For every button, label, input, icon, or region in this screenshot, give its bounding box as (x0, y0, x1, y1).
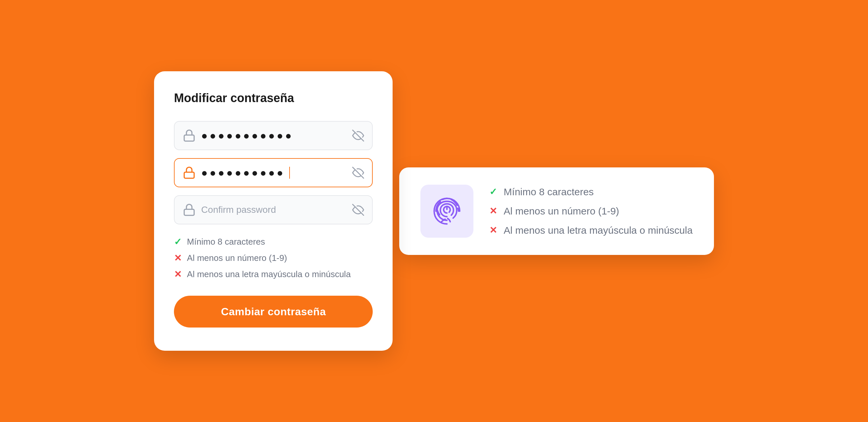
tooltip-text-2: Al menos un número (1-9) (503, 206, 619, 217)
submit-button[interactable]: Cambiar contraseña (174, 296, 373, 328)
lock-icon-confirm (183, 203, 196, 216)
current-password-field[interactable]: ●●●●●●●●●●● (174, 121, 373, 150)
scene: Modificar contraseña ●●●●●●●●●●● (154, 71, 714, 351)
validation-item-2: ✕ Al menos un número (1-9) (174, 252, 373, 264)
tooltip-item-2: ✕ Al menos un número (1-9) (489, 206, 692, 217)
lock-icon-current (183, 129, 196, 142)
confirm-password-field[interactable]: Confirm password (174, 195, 373, 224)
fingerprint-background (421, 185, 473, 238)
x-icon-3: ✕ (174, 269, 182, 280)
validation-text-2: Al menos un número (1-9) (187, 253, 287, 263)
new-password-field[interactable]: ●●●●●●●●●● (174, 158, 373, 187)
text-cursor (289, 167, 290, 179)
svg-rect-4 (184, 209, 194, 215)
fingerprint-icon (429, 193, 465, 230)
validation-list: ✓ Mínimo 8 caracteres ✕ Al menos un núme… (174, 236, 373, 280)
password-card: Modificar contraseña ●●●●●●●●●●● (154, 71, 393, 351)
tooltip-x-3: ✕ (489, 225, 497, 236)
tooltip-text-3: Al menos una letra mayúscula o minúscula (503, 225, 692, 236)
check-icon-1: ✓ (174, 236, 182, 247)
tooltip-check-1: ✓ (489, 186, 497, 197)
validation-item-1: ✓ Mínimo 8 caracteres (174, 236, 373, 247)
validation-text-1: Mínimo 8 caracteres (187, 237, 265, 247)
tooltip-item-1: ✓ Mínimo 8 caracteres (489, 186, 692, 198)
eye-off-icon-new[interactable] (352, 167, 364, 179)
tooltip-card: ✓ Mínimo 8 caracteres ✕ Al menos un núme… (399, 168, 714, 255)
eye-off-icon-current[interactable] (352, 130, 364, 142)
lock-icon-new (183, 166, 196, 179)
confirm-password-placeholder: Confirm password (201, 205, 352, 215)
tooltip-x-2: ✕ (489, 206, 497, 216)
current-password-dots: ●●●●●●●●●●● (201, 130, 352, 142)
tooltip-item-3: ✕ Al menos una letra mayúscula o minúscu… (489, 225, 692, 236)
x-icon-2: ✕ (174, 252, 182, 264)
svg-rect-0 (184, 135, 194, 141)
card-title: Modificar contraseña (174, 91, 373, 105)
new-password-dots: ●●●●●●●●●● (201, 167, 352, 179)
validation-item-3: ✕ Al menos una letra mayúscula o minúscu… (174, 269, 373, 280)
svg-rect-2 (184, 172, 194, 178)
tooltip-rules: ✓ Mínimo 8 caracteres ✕ Al menos un núme… (489, 186, 692, 236)
tooltip-text-1: Mínimo 8 caracteres (503, 186, 594, 198)
validation-text-3: Al menos una letra mayúscula o minúscula (187, 269, 350, 279)
eye-off-icon-confirm[interactable] (352, 204, 364, 216)
